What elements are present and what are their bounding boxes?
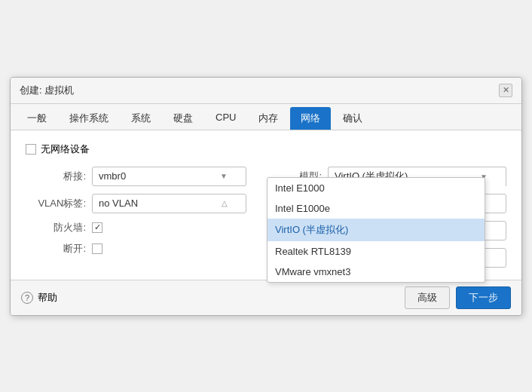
bridge-label: 桥接: [26, 170, 86, 183]
tab-system[interactable]: 系统 [121, 107, 161, 130]
tab-bar: 一般 操作系统 系统 硬盘 CPU 内存 网络 确认 [11, 104, 521, 130]
bridge-arrow-icon: ▼ [220, 172, 228, 180]
firewall-label: 防火墙: [26, 221, 86, 234]
model-dropdown: Intel E1000 Intel E1000e VirtIO (半虚拟化) R… [267, 177, 485, 283]
close-icon: ✕ [503, 85, 509, 95]
tab-disk[interactable]: 硬盘 [163, 107, 203, 130]
tab-cpu[interactable]: CPU [205, 107, 246, 130]
dropdown-item-intel-e1000e[interactable]: Intel E1000e [268, 198, 485, 219]
bridge-value: vmbr0 [99, 170, 126, 182]
help-icon: ? [21, 292, 33, 304]
disconnect-checkbox[interactable] [92, 243, 102, 254]
vlan-value: no VLAN [99, 198, 138, 209]
help-label: 帮助 [38, 291, 57, 305]
tab-confirm[interactable]: 确认 [332, 107, 373, 130]
dropdown-item-vmware[interactable]: VMware vmxnet3 [268, 262, 485, 282]
no-network-row: 无网络设备 [26, 142, 506, 156]
footer-right: 高级 下一步 [405, 286, 511, 309]
footer-left: ? 帮助 [21, 291, 57, 305]
vlan-select-wrapper: no VLAN △ [92, 194, 246, 213]
no-network-label: 无网络设备 [41, 142, 90, 156]
left-column: 桥接: vmbr0 ▼ VLAN标签: no VLAN △ [26, 167, 246, 268]
dropdown-item-virtio[interactable]: VirtIO (半虚拟化) [268, 219, 485, 241]
dropdown-item-realtek[interactable]: Realtek RTL8139 [268, 241, 485, 262]
vlan-row: VLAN标签: no VLAN △ [26, 194, 246, 213]
dropdown-item-intel-e1000[interactable]: Intel E1000 [268, 178, 485, 198]
no-network-checkbox[interactable] [26, 144, 36, 155]
dialog-title: 创建: 虚拟机 [20, 84, 74, 97]
dialog-footer: ? 帮助 高级 下一步 [11, 280, 521, 315]
disconnect-row: 断开: [26, 242, 246, 256]
next-button[interactable]: 下一步 [456, 286, 511, 309]
firewall-row: 防火墙: ✓ [26, 221, 246, 234]
advanced-button[interactable]: 高级 [405, 286, 450, 309]
dialog-body: 无网络设备 桥接: vmbr0 ▼ VLAN标签: [11, 130, 521, 280]
vlan-label: VLAN标签: [26, 197, 86, 210]
close-button[interactable]: ✕ [499, 84, 512, 97]
tab-memory[interactable]: 内存 [248, 107, 289, 130]
dialog-header: 创建: 虚拟机 ✕ [11, 78, 521, 104]
bridge-select-wrapper: vmbr0 ▼ [92, 167, 246, 186]
tab-os[interactable]: 操作系统 [59, 107, 119, 130]
firewall-checkbox[interactable]: ✓ [92, 222, 102, 233]
tab-network[interactable]: 网络 [290, 107, 331, 130]
vlan-select[interactable]: no VLAN △ [92, 194, 246, 213]
create-vm-dialog: 创建: 虚拟机 ✕ 一般 操作系统 系统 硬盘 CPU 内存 网络 确认 无网络… [10, 77, 522, 316]
vlan-arrow-icon: △ [222, 199, 228, 207]
bridge-row: 桥接: vmbr0 ▼ [26, 167, 246, 186]
firewall-checkmark: ✓ [94, 222, 101, 232]
bridge-select[interactable]: vmbr0 ▼ [92, 167, 246, 186]
disconnect-label: 断开: [26, 242, 86, 256]
tab-general[interactable]: 一般 [17, 107, 57, 130]
